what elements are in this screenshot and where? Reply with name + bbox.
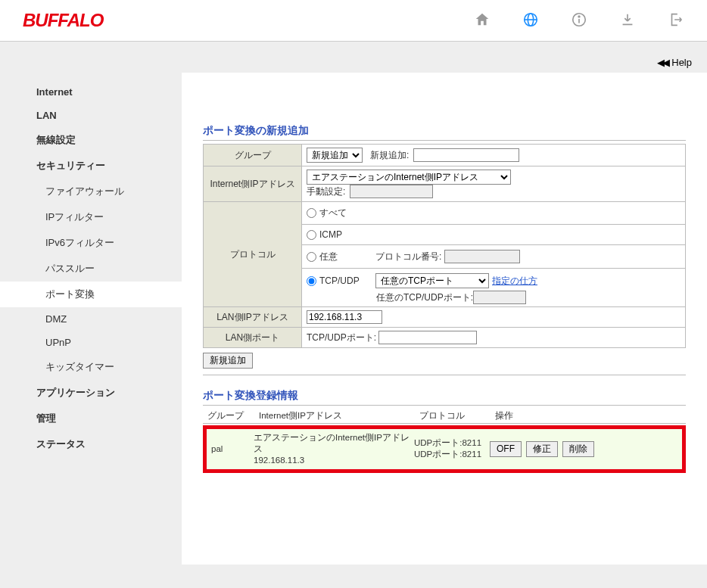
proto-tcpudp-radio[interactable] — [307, 276, 316, 286]
nav-security[interactable]: セキュリティー — [0, 153, 182, 179]
top-bar: BUFFALO — [0, 0, 707, 42]
download-icon[interactable] — [619, 11, 636, 30]
reg-wan: エアステーションのInternet側IPアドレス192.168.11.3 — [254, 432, 414, 466]
content: ポート変換の新規追加 グループ 新規追加 新規追加: Internet側IPアド… — [182, 73, 707, 565]
home-icon[interactable] — [474, 11, 491, 30]
edit-button[interactable]: 修正 — [526, 441, 558, 457]
wan-manual-label: 手動設定: — [307, 186, 345, 197]
tcpudp-port-input — [473, 291, 526, 304]
brand-logo: BUFFALO — [23, 10, 103, 31]
info-icon[interactable] — [571, 11, 587, 30]
help-row: ◀◀ Help — [0, 42, 707, 73]
group-select[interactable]: 新規追加 — [307, 148, 363, 163]
reg-actions: OFF 修正 削除 — [490, 441, 594, 457]
proto-icmp-radio[interactable] — [307, 230, 316, 240]
globe-icon[interactable] — [522, 11, 539, 30]
add-button[interactable]: 新規追加 — [203, 353, 253, 369]
label-group: グループ — [204, 145, 302, 166]
nav-passthrough[interactable]: パススルー — [0, 256, 182, 282]
top-icons — [474, 11, 684, 30]
help-link[interactable]: ◀◀ Help — [657, 57, 692, 68]
nav-wireless[interactable]: 無線設定 — [0, 127, 182, 153]
highlight-box: pal エアステーションのInternet側IPアドレス192.168.11.3… — [203, 425, 686, 473]
tcpport-select[interactable]: 任意のTCPポート — [375, 273, 489, 288]
wan-manual-input — [350, 185, 433, 198]
delete-button[interactable]: 削除 — [562, 441, 594, 457]
wan-ip-select[interactable]: エアステーションのInternet側IPアドレス — [307, 170, 511, 185]
label-lan-port: LAN側ポート — [204, 328, 302, 348]
lan-port-input[interactable] — [378, 331, 477, 344]
reg-proto: UDPポート:8211UDPポート:8211 — [414, 437, 490, 460]
svg-point-5 — [578, 15, 580, 17]
lan-ip-input[interactable] — [307, 310, 382, 324]
nav-firewall[interactable]: ファイアウォール — [0, 179, 182, 204]
group-new-input[interactable] — [413, 148, 519, 162]
proto-num-input — [444, 250, 520, 263]
nav-portfwd[interactable]: ポート変換 — [0, 282, 182, 307]
nav-upnp[interactable]: UPnP — [0, 331, 182, 354]
off-button[interactable]: OFF — [490, 441, 522, 457]
nav-ipv6filter[interactable]: IPv6フィルター — [0, 230, 182, 256]
label-wan-ip: Internet側IPアドレス — [204, 166, 302, 202]
port-forward-form: グループ 新規追加 新規追加: Internet側IPアドレス エアステーション… — [203, 144, 686, 348]
nav-admin[interactable]: 管理 — [0, 406, 182, 431]
nav-ipfilter[interactable]: IPフィルター — [0, 204, 182, 230]
sidebar: Internet LAN 無線設定 セキュリティー ファイアウォール IPフィル… — [0, 73, 182, 565]
howto-link[interactable]: 指定の仕方 — [492, 275, 537, 288]
nav-lan[interactable]: LAN — [0, 104, 182, 127]
reg-group: pal — [211, 444, 254, 453]
nav-status[interactable]: ステータス — [0, 431, 182, 457]
label-lan-ip: LAN側IPアドレス — [204, 307, 302, 328]
logout-icon[interactable] — [668, 11, 684, 30]
nav-dmz[interactable]: DMZ — [0, 307, 182, 331]
section-title-add: ポート変換の新規追加 — [203, 124, 686, 141]
nav-internet[interactable]: Internet — [0, 80, 182, 104]
reg-header: グループ Internet側IPアドレス プロトコル 操作 — [203, 409, 686, 424]
reg-row: pal エアステーションのInternet側IPアドレス192.168.11.3… — [207, 429, 682, 469]
label-protocol: プロトコル — [204, 202, 302, 307]
group-new-label: 新規追加: — [370, 150, 409, 160]
section-title-reg: ポート変換登録情報 — [203, 389, 686, 406]
proto-any-radio[interactable] — [307, 252, 316, 262]
nav-kidstimer[interactable]: キッズタイマー — [0, 354, 182, 380]
proto-all-radio[interactable] — [307, 208, 316, 218]
nav-application[interactable]: アプリケーション — [0, 380, 182, 406]
